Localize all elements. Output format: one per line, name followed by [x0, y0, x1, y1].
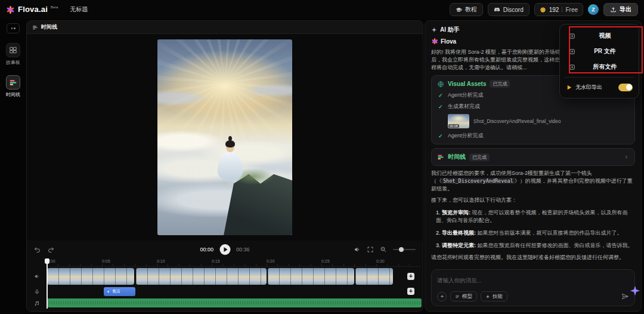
model-icon [455, 294, 460, 299]
message-input[interactable] [437, 277, 629, 284]
tutorial-label: 教程 [465, 5, 477, 14]
model-chip-label: 模型 [462, 293, 472, 300]
zoom-out-button[interactable] [380, 246, 387, 253]
export-option-all-files[interactable]: 所有文件 [564, 59, 635, 75]
assistant-next-label: 接下来，您可以选择以下行动方案： [431, 196, 635, 204]
watermark-label: 无水印导出 [575, 84, 602, 91]
ruler-label: 0:20 [267, 259, 275, 263]
skill-selector[interactable]: 技能 [481, 291, 507, 301]
sparkle-icon [485, 294, 490, 299]
credits-badge[interactable]: 192 Free [534, 3, 583, 16]
watermark-option-row: 无水印导出 [564, 80, 635, 94]
music-clip[interactable] [47, 298, 422, 307]
assistant-brand-name: Flova [441, 38, 456, 45]
step-label: 生成素材完成 [448, 103, 480, 110]
playhead[interactable] [47, 258, 48, 309]
zoom-out-icon [380, 246, 387, 253]
volume-button[interactable] [354, 246, 361, 253]
export-option-pr-file[interactable]: PR 文件 [564, 44, 635, 59]
preview-tools [354, 246, 416, 253]
top-bar: Flova.ai Beta 无标题 教程 Discord 192 Free Z [0, 0, 644, 19]
app-logo[interactable]: Flova.ai Beta [6, 5, 58, 14]
meditating-figure-art [215, 139, 245, 180]
music-track-mute-button[interactable] [34, 300, 40, 306]
model-selector[interactable]: 模型 [450, 291, 477, 301]
credits-divider [562, 7, 562, 13]
plan-label: Free [565, 7, 578, 13]
ruler-label: 0:25 [321, 259, 330, 263]
generated-asset-row[interactable]: 00:08 Shot_DiscoveryAndReveal_final_vide… [448, 114, 629, 128]
voiceover-clip[interactable]: 配音 [104, 287, 135, 296]
speaker-icon [354, 246, 361, 253]
ruler-label: 0:15 [212, 259, 220, 263]
tutorial-button[interactable]: 教程 [450, 3, 483, 16]
editor-tab-bar: 时间线 [27, 21, 423, 34]
option-item: 3. 调整特定元素: 如果您在预览后有任何想要修改的画面、旁白或音乐，请告诉我。 [436, 242, 635, 250]
user-avatar[interactable]: Z [588, 4, 599, 15]
export-button[interactable]: 导出 [603, 3, 638, 16]
step-label: Agent分析完成 [448, 91, 484, 99]
check-icon: ✓ [438, 93, 444, 98]
timeline-ruler[interactable]: 0:00 0:05 0:10 0:15 0:20 0:25 0:30 [47, 258, 420, 267]
voiceover-clip-label: 配音 [113, 289, 120, 294]
redo-button[interactable] [47, 246, 54, 253]
ruler-label: 0:30 [376, 259, 385, 263]
fullscreen-button[interactable] [367, 246, 374, 253]
collapse-panel-button[interactable] [7, 23, 20, 33]
option-item: 1. 预览并审阅: 现在，您可以观看整个视频，检查新的开场镜头效果，以及所有画面… [436, 209, 635, 224]
brand-flame-icon [566, 84, 572, 91]
add-video-clip-button[interactable]: + [407, 273, 414, 280]
document-title[interactable]: 无标题 [70, 5, 88, 14]
playback-controls: 00:00 00:36 [27, 241, 423, 258]
flova-logo-icon [431, 38, 438, 45]
sidebar-item-timeline[interactable]: 时间线 [6, 75, 20, 98]
attach-button[interactable] [437, 292, 447, 301]
timeline-zoom-slider[interactable] [393, 249, 416, 250]
voice-track-mute-button[interactable] [34, 289, 40, 295]
download-file-icon [569, 33, 575, 39]
video-clip-1[interactable] [47, 268, 134, 285]
step-row: ✓ Agent分析完成 [437, 132, 629, 140]
timeline-tab-icon [32, 24, 38, 30]
video-track-audio-button[interactable] [34, 273, 40, 279]
export-dropdown: 视频 PR 文件 所有文件 无水印导出 [559, 24, 639, 98]
video-preview[interactable] [157, 39, 292, 235]
preview-stage [27, 34, 423, 241]
storyboard-icon [9, 46, 17, 54]
timeline-card-header[interactable]: 时间线 已完成 [437, 153, 629, 161]
discord-label: Discord [503, 7, 524, 13]
watermark-toggle[interactable] [618, 84, 633, 91]
timeline-task-card[interactable]: 时间线 已完成 [431, 148, 635, 166]
coin-icon [540, 7, 546, 13]
play-icon [224, 247, 227, 252]
play-button[interactable] [219, 244, 230, 255]
visual-assets-status: 已完成 [490, 80, 510, 88]
asset-duration-badge: 00:08 [448, 124, 459, 128]
discord-icon [494, 7, 500, 13]
video-clip-2[interactable] [136, 268, 267, 285]
add-voice-clip-button[interactable]: + [407, 288, 414, 295]
video-track: + [47, 268, 419, 285]
toggle-knob [626, 84, 632, 90]
upload-icon [610, 7, 617, 13]
current-time: 00:00 [200, 247, 213, 253]
redo-icon [47, 246, 54, 253]
export-option-video[interactable]: 视频 [564, 28, 635, 44]
asset-thumbnail[interactable]: 00:08 [448, 114, 469, 128]
zoom-slider-knob[interactable] [399, 247, 404, 252]
step-label: Agent分析完成 [448, 132, 484, 140]
send-button[interactable] [621, 293, 629, 300]
sidebar-item-storyboard[interactable]: 故事板 [6, 43, 20, 66]
expand-card-button[interactable] [623, 154, 629, 160]
video-clip-4[interactable] [355, 268, 393, 285]
video-clip-3[interactable] [268, 268, 354, 285]
app-root: Flova.ai Beta 无标题 教程 Discord 192 Free Z [0, 0, 644, 314]
assistant-closing: 请您花些时间观看完整的视频。我在这里随时准备好根据您的反馈进行任何调整。 [431, 254, 635, 261]
timeline-icon [9, 78, 17, 87]
tab-timeline[interactable]: 时间线 [41, 23, 57, 31]
message-composer: 模型 技能 [431, 269, 635, 306]
undo-button[interactable] [34, 246, 41, 253]
collapse-panel-icon [11, 27, 13, 29]
discord-button[interactable]: Discord [488, 3, 530, 16]
editor-panel: 时间线 00:00 00:36 [26, 20, 423, 312]
